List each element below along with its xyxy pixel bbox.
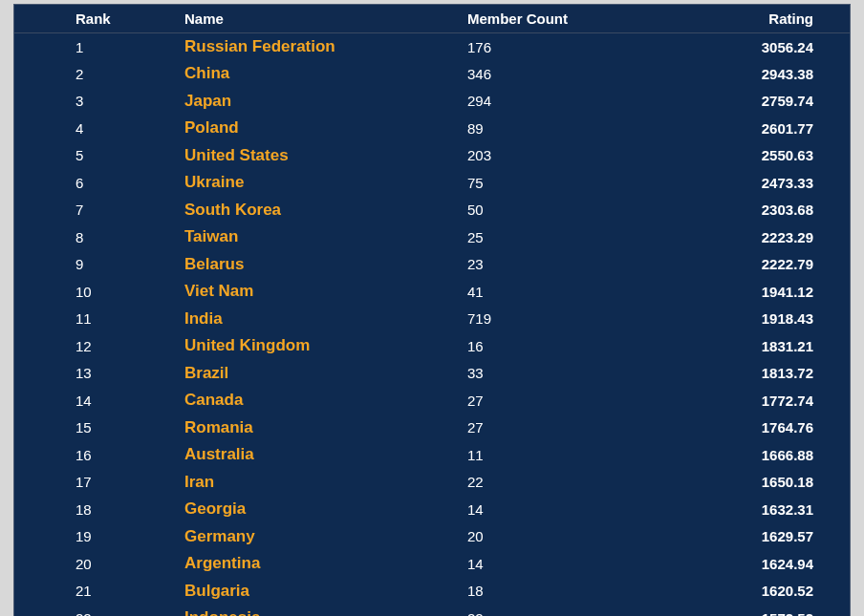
- country-link[interactable]: Australia: [184, 445, 254, 463]
- table-row: 4Poland892601.77: [14, 115, 850, 142]
- rank-cell: 9: [14, 251, 177, 279]
- table-row: 14Canada271772.74: [14, 387, 850, 414]
- rank-cell: 11: [14, 306, 177, 333]
- name-cell: Argentina: [177, 550, 460, 578]
- name-cell: Russian Federation: [177, 33, 460, 61]
- rating-cell: 1632.31: [637, 496, 850, 523]
- table-row: 3Japan2942759.74: [14, 88, 850, 116]
- name-cell: Bulgaria: [177, 578, 460, 605]
- country-link[interactable]: Iran: [184, 473, 214, 491]
- rank-cell: 14: [14, 387, 177, 414]
- member-count-cell: 719: [460, 306, 637, 333]
- country-link[interactable]: Russian Federation: [184, 37, 335, 55]
- table-row: 19Germany201629.57: [14, 523, 850, 551]
- header-member-count: Member Count: [460, 5, 637, 33]
- name-cell: Japan: [177, 88, 460, 116]
- member-count-cell: 22: [460, 469, 637, 497]
- country-link[interactable]: Indonesia: [184, 608, 260, 616]
- rating-cell: 1620.52: [637, 578, 850, 605]
- member-count-cell: 176: [460, 33, 637, 61]
- rank-cell: 5: [14, 142, 177, 170]
- table-row: 17Iran221650.18: [14, 469, 850, 497]
- member-count-cell: 203: [460, 142, 637, 170]
- member-count-cell: 14: [460, 550, 637, 578]
- rank-cell: 19: [14, 523, 177, 551]
- member-count-cell: 346: [460, 60, 637, 88]
- table-row: 8Taiwan252223.29: [14, 223, 850, 251]
- name-cell: Georgia: [177, 496, 460, 523]
- country-link[interactable]: Viet Nam: [184, 282, 253, 300]
- member-count-cell: 41: [460, 278, 637, 306]
- rank-cell: 22: [14, 605, 177, 616]
- name-cell: Poland: [177, 115, 460, 142]
- table-row: 15Romania271764.76: [14, 414, 850, 442]
- rank-cell: 21: [14, 578, 177, 605]
- country-link[interactable]: Belarus: [184, 255, 244, 273]
- table-row: 22Indonesia221572.52: [14, 605, 850, 616]
- table-body: 1Russian Federation1763056.242China34629…: [14, 33, 850, 617]
- country-link[interactable]: Romania: [184, 418, 253, 436]
- member-count-cell: 33: [460, 360, 637, 388]
- rating-cell: 2303.68: [637, 197, 850, 224]
- country-link[interactable]: Taiwan: [184, 227, 238, 245]
- table-row: 6Ukraine752473.33: [14, 169, 850, 197]
- member-count-cell: 25: [460, 223, 637, 251]
- name-cell: Viet Nam: [177, 278, 460, 306]
- country-link[interactable]: South Korea: [184, 201, 281, 219]
- rating-cell: 1624.94: [637, 550, 850, 578]
- rating-cell: 1666.88: [637, 441, 850, 469]
- table-row: 2China3462943.38: [14, 60, 850, 88]
- header-rating: Rating: [637, 5, 850, 33]
- rank-cell: 3: [14, 88, 177, 116]
- name-cell: Belarus: [177, 251, 460, 279]
- rating-cell: 1813.72: [637, 360, 850, 388]
- country-link[interactable]: United Kingdom: [184, 336, 310, 354]
- rating-cell: 1831.21: [637, 332, 850, 360]
- rank-cell: 15: [14, 414, 177, 442]
- table-row: 11India7191918.43: [14, 306, 850, 333]
- member-count-cell: 75: [460, 169, 637, 197]
- country-link[interactable]: United States: [184, 146, 289, 164]
- rank-cell: 4: [14, 115, 177, 142]
- country-link[interactable]: Argentina: [184, 554, 260, 572]
- member-count-cell: 89: [460, 115, 637, 142]
- rating-cell: 1629.57: [637, 523, 850, 551]
- table-row: 10Viet Nam411941.12: [14, 278, 850, 306]
- member-count-cell: 50: [460, 197, 637, 224]
- name-cell: Romania: [177, 414, 460, 442]
- table-row: 9Belarus232222.79: [14, 251, 850, 279]
- country-link[interactable]: Canada: [184, 391, 243, 409]
- country-link[interactable]: China: [184, 64, 229, 82]
- rating-cell: 2550.63: [637, 142, 850, 170]
- name-cell: South Korea: [177, 197, 460, 224]
- table-row: 21Bulgaria181620.52: [14, 578, 850, 605]
- member-count-cell: 18: [460, 578, 637, 605]
- table-row: 20Argentina141624.94: [14, 550, 850, 578]
- country-link[interactable]: Brazil: [184, 364, 228, 382]
- country-link[interactable]: Ukraine: [184, 173, 244, 191]
- rank-cell: 17: [14, 469, 177, 497]
- member-count-cell: 20: [460, 523, 637, 551]
- rating-cell: 3056.24: [637, 33, 850, 61]
- country-link[interactable]: Georgia: [184, 499, 246, 518]
- rank-cell: 10: [14, 278, 177, 306]
- header-name: Name: [177, 5, 460, 33]
- member-count-cell: 16: [460, 332, 637, 360]
- country-link[interactable]: India: [184, 309, 223, 328]
- member-count-cell: 11: [460, 441, 637, 469]
- member-count-cell: 22: [460, 605, 637, 616]
- rank-cell: 13: [14, 360, 177, 388]
- country-link[interactable]: Japan: [184, 92, 231, 110]
- rank-cell: 20: [14, 550, 177, 578]
- member-count-cell: 23: [460, 251, 637, 279]
- rating-cell: 2222.79: [637, 251, 850, 279]
- rankings-table: Rank Name Member Count Rating 1Russian F…: [14, 5, 850, 616]
- name-cell: Brazil: [177, 360, 460, 388]
- country-link[interactable]: Germany: [184, 527, 255, 545]
- country-link[interactable]: Poland: [184, 118, 239, 137]
- rank-cell: 6: [14, 169, 177, 197]
- table-header-row: Rank Name Member Count Rating: [14, 5, 850, 33]
- country-link[interactable]: Bulgaria: [184, 582, 249, 600]
- rating-cell: 2943.38: [637, 60, 850, 88]
- rank-cell: 7: [14, 197, 177, 224]
